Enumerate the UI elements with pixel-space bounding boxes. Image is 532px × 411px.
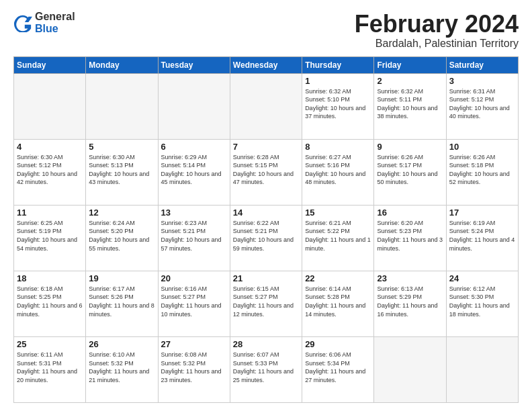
- day-number: 21: [233, 273, 299, 283]
- calendar-cell: 20Sunrise: 6:16 AMSunset: 5:27 PMDayligh…: [158, 271, 230, 336]
- weekday-header-thursday: Thursday: [302, 56, 374, 73]
- day-number: 11: [17, 208, 83, 218]
- day-info: Sunrise: 6:06 AMSunset: 5:34 PMDaylight:…: [305, 351, 371, 384]
- day-number: 19: [89, 273, 154, 283]
- day-number: 23: [377, 273, 443, 283]
- day-info: Sunrise: 6:25 AMSunset: 5:19 PMDaylight:…: [17, 219, 83, 253]
- day-number: 9: [377, 142, 443, 152]
- title-block: February 2024 Bardalah, Palestinian Terr…: [355, 11, 519, 50]
- calendar-cell: 27Sunrise: 6:08 AMSunset: 5:32 PMDayligh…: [158, 336, 230, 402]
- calendar-cell: 22Sunrise: 6:14 AMSunset: 5:28 PMDayligh…: [302, 271, 374, 336]
- day-number: 4: [17, 142, 83, 152]
- logo-text: General Blue: [35, 11, 75, 34]
- day-number: 28: [233, 339, 299, 349]
- day-number: 13: [161, 208, 227, 218]
- calendar-cell: 1Sunrise: 6:32 AMSunset: 5:10 PMDaylight…: [302, 73, 374, 139]
- calendar-cell: 23Sunrise: 6:13 AMSunset: 5:29 PMDayligh…: [374, 271, 446, 336]
- calendar-table: SundayMondayTuesdayWednesdayThursdayFrid…: [13, 56, 519, 403]
- day-info: Sunrise: 6:12 AMSunset: 5:30 PMDaylight:…: [449, 285, 515, 318]
- calendar-cell: 15Sunrise: 6:21 AMSunset: 5:22 PMDayligh…: [302, 205, 374, 271]
- weekday-header-monday: Monday: [86, 56, 158, 73]
- calendar-cell: 13Sunrise: 6:23 AMSunset: 5:21 PMDayligh…: [158, 205, 230, 271]
- calendar-cell: 2Sunrise: 6:32 AMSunset: 5:11 PMDaylight…: [374, 73, 446, 139]
- day-info: Sunrise: 6:29 AMSunset: 5:14 PMDaylight:…: [161, 153, 227, 187]
- calendar-week-row: 4Sunrise: 6:30 AMSunset: 5:12 PMDaylight…: [14, 139, 519, 205]
- day-info: Sunrise: 6:08 AMSunset: 5:32 PMDaylight:…: [161, 351, 227, 384]
- day-number: 6: [161, 142, 227, 152]
- calendar-cell: [446, 336, 518, 402]
- day-info: Sunrise: 6:11 AMSunset: 5:31 PMDaylight:…: [17, 351, 83, 384]
- calendar-cell: [158, 73, 230, 139]
- day-info: Sunrise: 6:18 AMSunset: 5:25 PMDaylight:…: [17, 285, 83, 318]
- day-number: 27: [161, 339, 227, 349]
- month-title: February 2024: [355, 11, 519, 38]
- day-info: Sunrise: 6:17 AMSunset: 5:26 PMDaylight:…: [89, 285, 154, 318]
- day-info: Sunrise: 6:30 AMSunset: 5:12 PMDaylight:…: [17, 153, 83, 187]
- day-number: 25: [17, 339, 83, 349]
- calendar-cell: 11Sunrise: 6:25 AMSunset: 5:19 PMDayligh…: [14, 205, 86, 271]
- calendar-week-row: 25Sunrise: 6:11 AMSunset: 5:31 PMDayligh…: [14, 336, 519, 402]
- calendar-week-row: 1Sunrise: 6:32 AMSunset: 5:10 PMDaylight…: [14, 73, 519, 139]
- calendar-cell: 6Sunrise: 6:29 AMSunset: 5:14 PMDaylight…: [158, 139, 230, 205]
- header: General Blue February 2024 Bardalah, Pal…: [13, 11, 519, 50]
- day-number: 2: [377, 76, 443, 86]
- day-info: Sunrise: 6:32 AMSunset: 5:11 PMDaylight:…: [377, 87, 443, 121]
- calendar-cell: [86, 73, 158, 139]
- logo-icon: [13, 13, 32, 32]
- calendar-cell: 28Sunrise: 6:07 AMSunset: 5:33 PMDayligh…: [230, 336, 302, 402]
- weekday-header-tuesday: Tuesday: [158, 56, 230, 73]
- day-number: 16: [377, 208, 443, 218]
- page: General Blue February 2024 Bardalah, Pal…: [0, 0, 532, 411]
- calendar-cell: 17Sunrise: 6:19 AMSunset: 5:24 PMDayligh…: [446, 205, 518, 271]
- day-number: 14: [233, 208, 299, 218]
- calendar-cell: 4Sunrise: 6:30 AMSunset: 5:12 PMDaylight…: [14, 139, 86, 205]
- day-info: Sunrise: 6:16 AMSunset: 5:27 PMDaylight:…: [161, 285, 227, 318]
- calendar-cell: 10Sunrise: 6:26 AMSunset: 5:18 PMDayligh…: [446, 139, 518, 205]
- calendar-cell: 9Sunrise: 6:26 AMSunset: 5:17 PMDaylight…: [374, 139, 446, 205]
- day-number: 18: [17, 273, 83, 283]
- day-info: Sunrise: 6:07 AMSunset: 5:33 PMDaylight:…: [233, 351, 299, 384]
- day-info: Sunrise: 6:19 AMSunset: 5:24 PMDaylight:…: [449, 219, 515, 253]
- calendar-cell: 7Sunrise: 6:28 AMSunset: 5:15 PMDaylight…: [230, 139, 302, 205]
- logo-general-text: General: [35, 11, 75, 23]
- day-number: 20: [161, 273, 227, 283]
- calendar-cell: 8Sunrise: 6:27 AMSunset: 5:16 PMDaylight…: [302, 139, 374, 205]
- calendar-cell: [374, 336, 446, 402]
- calendar-week-row: 18Sunrise: 6:18 AMSunset: 5:25 PMDayligh…: [14, 271, 519, 336]
- day-info: Sunrise: 6:13 AMSunset: 5:29 PMDaylight:…: [377, 285, 443, 318]
- day-info: Sunrise: 6:20 AMSunset: 5:23 PMDaylight:…: [377, 219, 443, 253]
- day-number: 10: [449, 142, 515, 152]
- subtitle: Bardalah, Palestinian Territory: [355, 38, 519, 50]
- day-info: Sunrise: 6:14 AMSunset: 5:28 PMDaylight:…: [305, 285, 371, 318]
- calendar-cell: 14Sunrise: 6:22 AMSunset: 5:21 PMDayligh…: [230, 205, 302, 271]
- day-number: 5: [89, 142, 154, 152]
- day-info: Sunrise: 6:23 AMSunset: 5:21 PMDaylight:…: [161, 219, 227, 253]
- day-info: Sunrise: 6:10 AMSunset: 5:32 PMDaylight:…: [89, 351, 154, 384]
- calendar-cell: 3Sunrise: 6:31 AMSunset: 5:12 PMDaylight…: [446, 73, 518, 139]
- calendar-cell: 24Sunrise: 6:12 AMSunset: 5:30 PMDayligh…: [446, 271, 518, 336]
- day-info: Sunrise: 6:30 AMSunset: 5:13 PMDaylight:…: [89, 153, 154, 187]
- day-number: 26: [89, 339, 154, 349]
- day-number: 24: [449, 273, 515, 283]
- day-number: 7: [233, 142, 299, 152]
- day-info: Sunrise: 6:26 AMSunset: 5:18 PMDaylight:…: [449, 153, 515, 187]
- calendar-cell: 26Sunrise: 6:10 AMSunset: 5:32 PMDayligh…: [86, 336, 158, 402]
- calendar-cell: 16Sunrise: 6:20 AMSunset: 5:23 PMDayligh…: [374, 205, 446, 271]
- calendar-cell: 21Sunrise: 6:15 AMSunset: 5:27 PMDayligh…: [230, 271, 302, 336]
- day-info: Sunrise: 6:26 AMSunset: 5:17 PMDaylight:…: [377, 153, 443, 187]
- logo: General Blue: [13, 11, 75, 34]
- day-number: 8: [305, 142, 371, 152]
- day-info: Sunrise: 6:21 AMSunset: 5:22 PMDaylight:…: [305, 219, 371, 253]
- calendar-week-row: 11Sunrise: 6:25 AMSunset: 5:19 PMDayligh…: [14, 205, 519, 271]
- calendar-cell: 25Sunrise: 6:11 AMSunset: 5:31 PMDayligh…: [14, 336, 86, 402]
- logo-blue-text: Blue: [35, 23, 75, 35]
- weekday-header-wednesday: Wednesday: [230, 56, 302, 73]
- day-number: 17: [449, 208, 515, 218]
- day-number: 3: [449, 76, 515, 86]
- day-info: Sunrise: 6:31 AMSunset: 5:12 PMDaylight:…: [449, 87, 515, 121]
- weekday-header-friday: Friday: [374, 56, 446, 73]
- day-info: Sunrise: 6:15 AMSunset: 5:27 PMDaylight:…: [233, 285, 299, 318]
- calendar-cell: 19Sunrise: 6:17 AMSunset: 5:26 PMDayligh…: [86, 271, 158, 336]
- day-info: Sunrise: 6:27 AMSunset: 5:16 PMDaylight:…: [305, 153, 371, 187]
- calendar-cell: 18Sunrise: 6:18 AMSunset: 5:25 PMDayligh…: [14, 271, 86, 336]
